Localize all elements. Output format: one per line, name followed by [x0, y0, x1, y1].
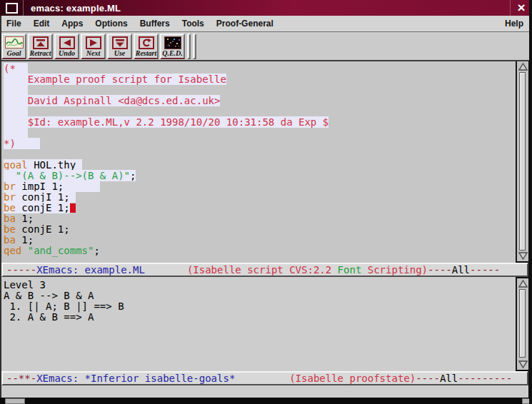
- code-segment: ba: [4, 213, 16, 224]
- frame-left-edge: [0, 16, 1, 398]
- menu-item-buffers[interactable]: Buffers: [139, 19, 171, 29]
- code-segment: (*: [4, 63, 28, 74]
- modeline-segment: Font: [338, 264, 362, 276]
- code-line[interactable]: "(A & B)-->(B & A)";: [4, 171, 516, 181]
- code-line[interactable]: br impI 1;: [4, 181, 516, 192]
- modeline-segment: -----: [6, 264, 36, 276]
- toolbar: GoalRetractUndoNextUseRestartQ.E.D.: [0, 32, 532, 61]
- modeline-segment: -----: [470, 264, 500, 276]
- xemacs-frame: emacs: example.ML × FileEditAppsOptionsB…: [0, 0, 532, 404]
- scroll-up-arrow-icon[interactable]: [518, 62, 528, 71]
- modeline-segment: XEmacs: *Inferior isabelle-goals*: [36, 373, 235, 384]
- menu-item-edit[interactable]: Edit: [33, 19, 51, 29]
- toolbar-button-label: Use: [114, 49, 126, 57]
- undo-icon: [59, 36, 75, 49]
- toolbar-separator: [193, 34, 196, 59]
- titlebar-divider: [23, 0, 24, 16]
- menu-item-apps[interactable]: Apps: [61, 19, 84, 29]
- goal-logo-icon: [5, 36, 24, 49]
- menu-item-options[interactable]: Options: [94, 19, 128, 29]
- menu-item-help[interactable]: Help: [505, 19, 523, 29]
- code-segment: ;: [94, 245, 99, 256]
- code-line[interactable]: [4, 106, 516, 117]
- window-menu-icon[interactable]: [6, 3, 18, 14]
- goals-line[interactable]: 1. [| A; B |] ==> B: [4, 301, 516, 312]
- code-line[interactable]: qed "and_comms";: [4, 246, 516, 256]
- resize-handle-left[interactable]: [5, 398, 25, 404]
- modeline-script-buffer[interactable]: -----XEmacs: example.ML (Isabelle script…: [1, 263, 528, 277]
- goals-buffer[interactable]: Level 3A & B --> B & A 1. [| A; B |] ==>…: [1, 277, 516, 371]
- code-segment: [4, 95, 28, 106]
- scroll-thumb[interactable]: [519, 72, 526, 251]
- code-segment: be: [4, 202, 16, 213]
- code-segment: [4, 84, 28, 96]
- code-line[interactable]: [4, 149, 516, 160]
- scroll-thumb[interactable]: [519, 289, 526, 358]
- code-line[interactable]: [4, 128, 516, 138]
- toolbar-button-retract[interactable]: Retract: [28, 34, 53, 59]
- code-line[interactable]: ba 1;: [4, 213, 516, 224]
- code-segment: HOL.thy: [28, 159, 82, 171]
- titlebar[interactable]: emacs: example.ML ×: [0, 0, 532, 16]
- goals-line[interactable]: A & B --> B & A: [4, 291, 516, 301]
- menu-item-tools[interactable]: Tools: [181, 19, 205, 29]
- code-segment: br: [4, 181, 16, 192]
- code-line[interactable]: *): [4, 138, 516, 149]
- code-line[interactable]: (*: [4, 64, 516, 74]
- code-line[interactable]: be conjE 1;: [4, 203, 516, 213]
- toolbar-separator: [187, 34, 191, 59]
- code-segment: [4, 170, 16, 181]
- toolbar-button-undo[interactable]: Undo: [54, 34, 79, 59]
- code-line[interactable]: [4, 85, 516, 96]
- code-segment: David Aspinall <da@dcs.ed.ac.uk>: [28, 95, 221, 106]
- code-segment: *): [4, 138, 40, 149]
- scrollbar-goals: [516, 278, 528, 370]
- toolbar-button-restart[interactable]: Restart: [134, 34, 159, 59]
- modeline-segment: All: [452, 264, 470, 276]
- proof-script-buffer[interactable]: (* Example proof script for Isabelle Dav…: [1, 61, 516, 263]
- toolbar-button-goal[interactable]: Goal: [1, 34, 26, 59]
- close-icon: ×: [517, 0, 525, 16]
- qed-icon: [164, 36, 181, 49]
- code-line[interactable]: br conjI 1;: [4, 192, 516, 203]
- code-line[interactable]: Example proof script for Isabelle: [4, 74, 516, 85]
- toolbar-button-next[interactable]: Next: [81, 34, 106, 59]
- goals-line[interactable]: 2. A & B ==> A: [4, 312, 516, 323]
- code-segment: "and_comms": [28, 245, 94, 256]
- menu-item-file[interactable]: File: [6, 19, 22, 29]
- text-cursor: [70, 203, 76, 213]
- toolbar-button-use[interactable]: Use: [107, 34, 132, 59]
- frame-bottom-edge: [0, 398, 532, 404]
- use-icon: [112, 36, 128, 49]
- scrollbar-script: [516, 61, 528, 261]
- toolbar-button-label: Goal: [7, 49, 21, 57]
- code-segment: "(A & B)-->(B & A)": [16, 170, 130, 181]
- code-line[interactable]: be conjE 1;: [4, 224, 516, 235]
- modeline-segment: [145, 264, 187, 276]
- modeline-goals-buffer[interactable]: --**-XEmacs: *Inferior isabelle-goals* (…: [1, 371, 528, 385]
- code-segment: 1;: [16, 213, 34, 224]
- modeline-segment: XEmacs: example.ML: [36, 264, 145, 276]
- code-line[interactable]: $Id: example.ML,v 2.2 1998/10/20 10:31:5…: [4, 117, 516, 128]
- scroll-down-arrow-icon[interactable]: [518, 251, 528, 261]
- toolbar-button-qed[interactable]: Q.E.D.: [160, 34, 185, 59]
- echo-area-minibuffer[interactable]: [1, 385, 528, 398]
- modeline-segment: ----: [428, 264, 452, 276]
- restart-icon: [139, 36, 154, 49]
- code-segment: be: [4, 223, 16, 235]
- code-segment: qed: [4, 245, 21, 256]
- code-segment: [21, 245, 27, 256]
- code-line[interactable]: David Aspinall <da@dcs.ed.ac.uk>: [4, 96, 516, 106]
- frame-right-edge: [529, 0, 532, 404]
- toolbar-button-label: Undo: [59, 49, 75, 57]
- code-line[interactable]: ba 1;: [4, 235, 516, 246]
- code-segment: br: [4, 191, 16, 203]
- menubar: FileEditAppsOptionsBuffersToolsProof-Gen…: [0, 16, 532, 32]
- code-line[interactable]: goal HOL.thy: [4, 160, 516, 171]
- toolbar-button-label: Restart: [136, 49, 156, 57]
- modeline-segment: (Isabelle proofstate): [289, 373, 416, 384]
- goals-line[interactable]: Level 3: [4, 280, 516, 291]
- scroll-up-arrow-icon[interactable]: [518, 279, 528, 288]
- menu-item-proof-general[interactable]: Proof-General: [216, 19, 274, 29]
- scroll-down-arrow-icon[interactable]: [518, 360, 528, 369]
